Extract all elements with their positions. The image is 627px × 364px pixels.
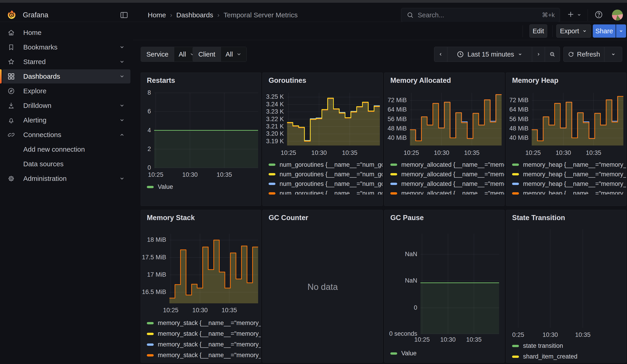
refresh-interval-chevron[interactable] bbox=[604, 47, 622, 62]
legend-series-color bbox=[147, 354, 154, 357]
variable-label: Service bbox=[141, 47, 174, 62]
legend-series-label[interactable]: num_goroutines {__name__="num_go bbox=[279, 180, 383, 188]
legend-series-label[interactable]: Value bbox=[401, 350, 417, 357]
legend-item[interactable]: memory_stack {__name__="memory_s bbox=[147, 339, 261, 350]
legend-item[interactable]: memory_stack {__name__="memory_s bbox=[147, 318, 261, 328]
legend-series-label[interactable]: state transition bbox=[523, 342, 563, 349]
grafana-logo[interactable] bbox=[6, 9, 17, 21]
help-icon[interactable] bbox=[594, 10, 603, 19]
legend-item[interactable]: state transition bbox=[512, 341, 626, 351]
legend-item[interactable]: memory_heap {__name__="memory_h bbox=[512, 169, 626, 179]
legend-series-color bbox=[268, 183, 275, 185]
panel-title[interactable]: Memory Allocated bbox=[390, 76, 451, 85]
chevron-down-icon[interactable] bbox=[119, 176, 125, 182]
legend-series-label[interactable]: memory_stack {__name__="memory_s bbox=[158, 341, 261, 348]
legend-item[interactable]: memory_heap {__name__="memory_h bbox=[512, 189, 626, 195]
share-button[interactable]: Share bbox=[593, 24, 616, 38]
panel-title[interactable]: Restarts bbox=[147, 76, 175, 85]
legend-series-label[interactable]: shard_item_created bbox=[523, 353, 577, 360]
breadcrumb-home[interactable]: Home bbox=[148, 11, 166, 19]
panel-title[interactable]: Memory Stack bbox=[147, 214, 195, 222]
brand-name[interactable]: Grafana bbox=[23, 11, 48, 19]
sidebar-item-dashboards[interactable]: Dashboards bbox=[2, 69, 130, 84]
breadcrumb-separator: › bbox=[217, 11, 219, 19]
legend-series-label[interactable]: num_goroutines {__name__="num_go bbox=[279, 190, 383, 195]
time-shift-back-button[interactable] bbox=[434, 47, 447, 62]
legend-item[interactable]: memory_allocated {__name__="memo bbox=[390, 179, 505, 189]
chevron-down-icon[interactable] bbox=[119, 103, 125, 108]
breadcrumb-dashboards[interactable]: Dashboards bbox=[176, 11, 213, 19]
search-bar[interactable]: ⌘+k bbox=[401, 8, 560, 22]
sidebar-item-add-new-connection[interactable]: Add new connection bbox=[2, 142, 130, 156]
sidebar-item-drilldown[interactable]: Drilldown bbox=[2, 99, 130, 113]
panel-gc-pause: GC PauseNaNNaN00 seconds10:2510:3010:35V… bbox=[384, 210, 505, 363]
legend-series-label[interactable]: memory_stack {__name__="memory_s bbox=[158, 352, 261, 359]
legend-series-label[interactable]: memory_heap {__name__="memory_h bbox=[523, 180, 626, 188]
time-shift-forward-button[interactable] bbox=[532, 47, 545, 62]
legend-series-label[interactable]: memory_heap {__name__="memory_h bbox=[523, 171, 626, 178]
legend-series-label[interactable]: memory_allocated {__name__="memo bbox=[401, 161, 505, 168]
search-input[interactable] bbox=[417, 11, 539, 19]
sidebar-item-alerting[interactable]: Alerting bbox=[2, 113, 130, 127]
y-axis-tick: 3.19 K bbox=[263, 138, 284, 145]
legend-item[interactable]: memory_stack {__name__="memory_s bbox=[147, 328, 261, 339]
legend-item[interactable]: memory_allocated {__name__="memo bbox=[390, 189, 505, 195]
variable-value-dropdown[interactable]: All bbox=[221, 47, 247, 62]
zoom-out-button[interactable] bbox=[545, 47, 560, 62]
add-chevron-down-icon[interactable] bbox=[576, 12, 582, 18]
legend-item[interactable]: num_goroutines {__name__="num_go bbox=[268, 189, 383, 195]
add-button[interactable] bbox=[566, 10, 575, 19]
panel-title[interactable]: GC Pause bbox=[390, 214, 424, 222]
legend-item[interactable]: num_goroutines {__name__="num_go bbox=[268, 160, 383, 169]
edit-button[interactable]: Edit bbox=[529, 24, 547, 38]
legend-series-label[interactable]: memory_allocated {__name__="memo bbox=[401, 190, 505, 195]
legend-item[interactable]: memory_heap {__name__="memory_h bbox=[512, 179, 626, 189]
share-chevron-button[interactable] bbox=[616, 24, 626, 38]
sidebar-collapse-icon[interactable] bbox=[119, 10, 129, 20]
legend-series-color bbox=[512, 192, 519, 195]
legend-series-label[interactable]: memory_stack {__name__="memory_s bbox=[158, 330, 261, 337]
legend-item[interactable]: Value bbox=[390, 348, 505, 359]
chevron-up-icon[interactable] bbox=[119, 132, 125, 138]
sidebar-item-bookmarks[interactable]: Bookmarks bbox=[2, 40, 130, 54]
legend-item[interactable]: num_goroutines {__name__="num_go bbox=[268, 169, 383, 179]
legend-series-label[interactable]: memory_stack {__name__="memory_s bbox=[158, 319, 261, 327]
sidebar-item-connections[interactable]: Connections bbox=[2, 128, 130, 142]
sidebar-item-label: Starred bbox=[23, 58, 46, 66]
legend-item[interactable]: memory_allocated {__name__="memo bbox=[390, 160, 505, 169]
chevron-down-icon bbox=[618, 28, 624, 34]
chevron-down-icon[interactable] bbox=[119, 117, 125, 123]
legend-item[interactable]: memory_stack {__name__="memory_s bbox=[147, 350, 261, 361]
legend-series-label[interactable]: memory_allocated {__name__="memo bbox=[401, 171, 505, 178]
legend-item[interactable]: num_goroutines {__name__="num_go bbox=[268, 179, 383, 189]
legend-item[interactable]: memory_heap {__name__="memory_h bbox=[512, 160, 626, 169]
panel-title[interactable]: State Transition bbox=[512, 214, 565, 222]
legend-series-label[interactable]: Value bbox=[158, 183, 173, 190]
chevron-down-icon[interactable] bbox=[119, 44, 125, 50]
legend-series-label[interactable]: memory_heap {__name__="memory_h bbox=[523, 190, 626, 195]
legend-series-label[interactable]: num_goroutines {__name__="num_go bbox=[279, 171, 383, 178]
chevron-down-icon[interactable] bbox=[119, 59, 125, 65]
sidebar-item-explore[interactable]: Explore bbox=[2, 84, 130, 98]
sidebar-item-administration[interactable]: Administration bbox=[2, 171, 130, 186]
no-data-message: No data bbox=[263, 282, 383, 292]
sidebar-item-data-sources[interactable]: Data sources bbox=[2, 157, 130, 171]
legend-item[interactable]: memory_allocated {__name__="memo bbox=[390, 169, 505, 179]
x-axis-tick: 10:25 bbox=[517, 149, 549, 156]
chevron-down-icon[interactable] bbox=[119, 73, 125, 79]
time-range-picker[interactable]: Last 15 minutes bbox=[447, 47, 532, 62]
panel-title[interactable]: Goroutines bbox=[268, 76, 306, 85]
legend-item[interactable]: shard_item_created bbox=[512, 351, 626, 362]
legend-series-label[interactable]: memory_heap {__name__="memory_h bbox=[523, 161, 626, 168]
sidebar-item-home[interactable]: Home bbox=[2, 26, 130, 40]
legend-item[interactable]: Value bbox=[147, 182, 261, 192]
chart-canvas bbox=[169, 234, 258, 303]
user-avatar[interactable] bbox=[612, 9, 623, 20]
panel-title[interactable]: Memory Heap bbox=[512, 76, 558, 85]
legend-series-label[interactable]: memory_allocated {__name__="memo bbox=[401, 180, 505, 188]
legend-series-label[interactable]: num_goroutines {__name__="num_go bbox=[279, 161, 383, 168]
sidebar-item-starred[interactable]: Starred bbox=[2, 55, 130, 69]
panel-title[interactable]: GC Counter bbox=[268, 214, 308, 222]
export-button[interactable]: Export bbox=[556, 24, 591, 38]
refresh-button[interactable]: Refresh bbox=[564, 47, 604, 62]
